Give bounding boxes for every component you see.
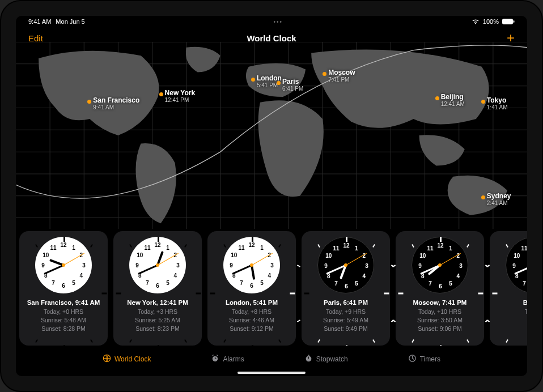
clock-card-new-york[interactable]: 121234567891011New York, 12:41 PMToday, … xyxy=(113,231,202,346)
card-sunrise: Sunrise: 5:25 AM xyxy=(127,316,188,325)
tab-label: Alarms xyxy=(223,355,244,363)
clock-card-london[interactable]: 121234567891011London, 5:41 PMToday, +8 … xyxy=(207,231,296,346)
card-sunset: Sunset: 8:23 PM xyxy=(127,325,188,333)
svg-rect-28 xyxy=(215,359,217,359)
clock-face-icon: 121234567891011 xyxy=(223,237,280,293)
svg-rect-0 xyxy=(503,19,513,24)
city-time: 7:41 PM xyxy=(328,76,355,83)
city-dot-moscow[interactable] xyxy=(323,72,326,76)
card-title: Paris, 6:41 PM xyxy=(323,298,368,308)
card-offset: Today, +10 HRS xyxy=(413,308,467,316)
tab-stopwatch[interactable]: Stopwatch xyxy=(304,354,348,364)
city-time: 9:41 AM xyxy=(93,104,139,110)
card-title: New York, 12:41 PM xyxy=(127,298,188,308)
wifi-icon xyxy=(472,19,480,24)
page-title: World Clock xyxy=(247,33,296,43)
city-dot-new-york[interactable] xyxy=(159,92,163,96)
tab-label: Stopwatch xyxy=(316,355,348,363)
nav-bar: Edit World Clock + xyxy=(16,27,527,49)
svg-rect-1 xyxy=(514,20,515,23)
card-offset: Today, +9 HRS xyxy=(323,308,368,316)
clock-card-moscow[interactable]: 121234567891011Moscow, 7:41 PMToday, +10… xyxy=(396,231,484,346)
city-name: Beijing xyxy=(441,93,464,101)
tab-bar: World ClockAlarmsStopwatchTimers xyxy=(16,348,527,370)
status-time: 9:41 AM xyxy=(28,18,51,25)
card-offset: Tomorr xyxy=(523,308,527,316)
card-offset: Today, +8 HRS xyxy=(226,308,278,316)
clock-card-san-francisco[interactable]: 121234567891011San Francisco, 9:41 AMTod… xyxy=(19,231,108,346)
city-label-paris[interactable]: Paris6:41 PM xyxy=(282,78,303,92)
card-sunset: Sunset: 9:49 PM xyxy=(323,325,368,333)
svg-rect-30 xyxy=(308,355,309,356)
edit-button[interactable]: Edit xyxy=(28,33,43,43)
city-name: New York xyxy=(165,89,196,97)
city-time: 6:41 PM xyxy=(282,86,303,92)
city-dot-beijing[interactable] xyxy=(435,96,439,100)
card-sunrise: Sunrise: 5:49 AM xyxy=(323,316,368,325)
card-sunset: Sunset: 9:12 PM xyxy=(226,325,278,333)
battery-icon xyxy=(502,19,515,24)
multitasking-dots-icon[interactable]: ••• xyxy=(274,19,283,25)
clock-face-icon: 121234567891011 xyxy=(35,237,92,293)
clock-card-beijing[interactable]: 121234567891011BeijingTomorrSunriSun xyxy=(490,231,527,346)
add-button[interactable]: + xyxy=(507,31,515,45)
card-sunrise: Sunrise: 5:48 AM xyxy=(27,316,100,325)
clock-face-icon: 121234567891011 xyxy=(506,237,527,293)
clock-cards-row[interactable]: 121234567891011San Francisco, 9:41 AMTod… xyxy=(16,231,527,346)
card-sunset: Sunset: 9:06 PM xyxy=(413,325,467,333)
city-label-san-francisco[interactable]: San Francisco9:41 AM xyxy=(93,96,139,110)
card-sunset: Sunset: 8:28 PM xyxy=(27,325,100,333)
battery-percent: 100% xyxy=(483,18,499,25)
card-title: San Francisco, 9:41 AM xyxy=(27,298,100,308)
home-indicator[interactable] xyxy=(237,372,306,374)
city-time: 12:41 AM xyxy=(441,101,465,107)
status-bar: 9:41 AM Mon Jun 5 ••• 100% xyxy=(16,16,527,27)
card-sunset: Sun xyxy=(523,325,527,333)
city-label-sydney[interactable]: Sydney2:41 AM xyxy=(487,192,511,206)
city-label-beijing[interactable]: Beijing12:41 AM xyxy=(441,93,465,107)
alarms-icon xyxy=(211,354,219,364)
stopwatch-icon xyxy=(304,354,313,364)
city-label-new-york[interactable]: New York12:41 PM xyxy=(165,89,196,103)
city-time: 2:41 AM xyxy=(487,200,511,206)
city-name: Sydney xyxy=(487,192,511,200)
card-title: London, 5:41 PM xyxy=(226,298,278,308)
clock-face-icon: 121234567891011 xyxy=(317,237,374,293)
city-label-tokyo[interactable]: Tokyo1:41 AM xyxy=(487,96,508,110)
clock-card-paris[interactable]: 121234567891011Paris, 6:41 PMToday, +9 H… xyxy=(302,231,390,346)
city-dot-london[interactable] xyxy=(251,78,255,82)
screen: 9:41 AM Mon Jun 5 ••• 100% Edit World Cl… xyxy=(16,16,527,376)
clock-face-icon: 121234567891011 xyxy=(129,237,186,293)
city-name: Paris xyxy=(282,78,299,86)
card-title: Moscow, 7:41 PM xyxy=(413,298,467,308)
status-date: Mon Jun 5 xyxy=(56,18,84,25)
tab-label: Timers xyxy=(420,355,440,363)
world-clock-icon xyxy=(103,354,111,364)
tab-alarms[interactable]: Alarms xyxy=(211,354,244,364)
tab-label: World Clock xyxy=(114,355,151,363)
city-time: 1:41 AM xyxy=(487,104,508,110)
city-name: Moscow xyxy=(328,69,355,76)
city-dot-sydney[interactable] xyxy=(481,195,485,199)
city-name: Tokyo xyxy=(487,96,506,104)
world-map[interactable]: San Francisco9:41 AMNew York12:41 PMLond… xyxy=(16,42,527,229)
card-sunrise: Sunri xyxy=(523,316,527,325)
ipad-frame: 9:41 AM Mon Jun 5 ••• 100% Edit World Cl… xyxy=(0,0,543,392)
tab-world-clock[interactable]: World Clock xyxy=(103,354,151,364)
card-sunrise: Sunrise: 4:46 AM xyxy=(226,316,278,325)
card-offset: Today, +3 HRS xyxy=(127,308,188,316)
card-title: Beijing xyxy=(523,298,527,308)
timers-icon xyxy=(408,354,417,364)
svg-rect-31 xyxy=(308,357,309,359)
tab-timers[interactable]: Timers xyxy=(408,354,440,364)
card-sunrise: Sunrise: 3:50 AM xyxy=(413,316,467,325)
city-name: San Francisco xyxy=(93,96,139,104)
city-time: 12:41 PM xyxy=(165,97,196,103)
clock-face-icon: 121234567891011 xyxy=(412,237,468,293)
card-offset: Today, +0 HRS xyxy=(27,308,100,316)
city-label-moscow[interactable]: Moscow7:41 PM xyxy=(328,69,355,83)
world-map-svg xyxy=(16,42,527,229)
